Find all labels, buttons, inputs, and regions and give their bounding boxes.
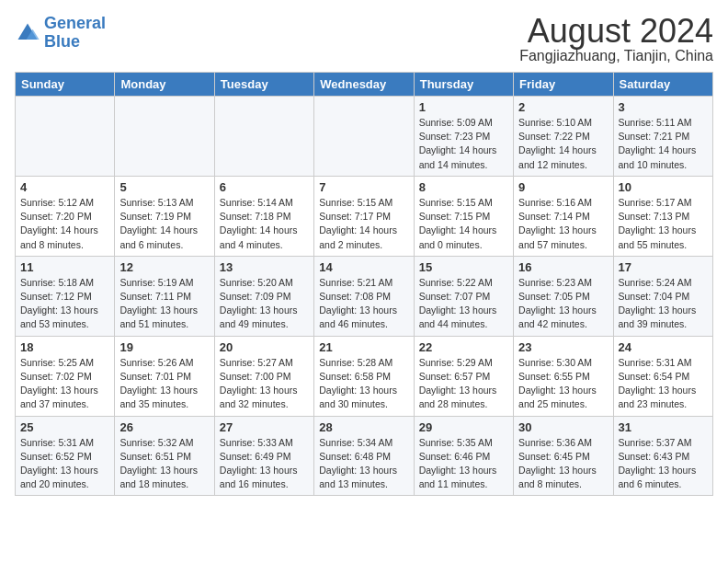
day-number: 13	[220, 260, 309, 274]
day-number: 26	[119, 420, 209, 434]
day-cell: 11Sunrise: 5:18 AMSunset: 7:12 PMDayligh…	[16, 256, 115, 336]
weekday-header-wednesday: Wednesday	[314, 73, 414, 97]
day-info: Sunrise: 5:32 AMSunset: 6:51 PMDaylight:…	[119, 436, 209, 492]
day-number: 10	[619, 180, 708, 194]
logo-icon	[15, 20, 40, 46]
day-info: Sunrise: 5:19 AMSunset: 7:11 PMDaylight:…	[119, 276, 209, 332]
location-title: Fangjiazhuang, Tianjin, China	[519, 48, 713, 64]
day-info: Sunrise: 5:17 AMSunset: 7:13 PMDaylight:…	[619, 196, 708, 252]
week-row-2: 4Sunrise: 5:12 AMSunset: 7:20 PMDaylight…	[16, 176, 713, 256]
day-number: 30	[518, 420, 608, 434]
day-cell: 10Sunrise: 5:17 AMSunset: 7:13 PMDayligh…	[613, 176, 712, 256]
weekday-header-thursday: Thursday	[414, 73, 513, 97]
day-number: 25	[20, 420, 109, 434]
day-info: Sunrise: 5:30 AMSunset: 6:55 PMDaylight:…	[518, 356, 608, 412]
day-cell: 22Sunrise: 5:29 AMSunset: 6:57 PMDayligh…	[414, 336, 513, 416]
day-cell: 14Sunrise: 5:21 AMSunset: 7:08 PMDayligh…	[314, 256, 414, 336]
weekday-header-row: SundayMondayTuesdayWednesdayThursdayFrid…	[16, 73, 713, 97]
month-title: August 2024	[519, 15, 713, 48]
day-cell: 8Sunrise: 5:15 AMSunset: 7:15 PMDaylight…	[414, 176, 513, 256]
day-number: 6	[220, 180, 309, 194]
day-number: 2	[518, 100, 608, 114]
day-info: Sunrise: 5:23 AMSunset: 7:05 PMDaylight:…	[518, 276, 608, 332]
day-number: 17	[619, 260, 708, 274]
day-cell: 20Sunrise: 5:27 AMSunset: 7:00 PMDayligh…	[214, 336, 313, 416]
day-cell: 1Sunrise: 5:09 AMSunset: 7:23 PMDaylight…	[414, 97, 513, 177]
day-cell: 6Sunrise: 5:14 AMSunset: 7:18 PMDaylight…	[214, 176, 313, 256]
day-number: 4	[20, 180, 109, 194]
day-number: 15	[419, 260, 508, 274]
day-cell: 17Sunrise: 5:24 AMSunset: 7:04 PMDayligh…	[613, 256, 712, 336]
day-number: 12	[119, 260, 209, 274]
week-row-5: 25Sunrise: 5:31 AMSunset: 6:52 PMDayligh…	[16, 416, 713, 496]
day-info: Sunrise: 5:22 AMSunset: 7:07 PMDaylight:…	[419, 276, 508, 332]
day-number: 18	[20, 340, 109, 354]
day-info: Sunrise: 5:25 AMSunset: 7:02 PMDaylight:…	[20, 356, 109, 412]
day-info: Sunrise: 5:36 AMSunset: 6:45 PMDaylight:…	[518, 436, 608, 492]
day-info: Sunrise: 5:15 AMSunset: 7:15 PMDaylight:…	[419, 196, 508, 252]
day-info: Sunrise: 5:28 AMSunset: 6:58 PMDaylight:…	[319, 356, 408, 412]
day-cell: 9Sunrise: 5:16 AMSunset: 7:14 PMDaylight…	[514, 176, 613, 256]
day-info: Sunrise: 5:10 AMSunset: 7:22 PMDaylight:…	[518, 116, 608, 172]
day-cell: 19Sunrise: 5:26 AMSunset: 7:01 PMDayligh…	[115, 336, 214, 416]
calendar-table: SundayMondayTuesdayWednesdayThursdayFrid…	[15, 72, 713, 496]
week-row-3: 11Sunrise: 5:18 AMSunset: 7:12 PMDayligh…	[16, 256, 713, 336]
weekday-header-tuesday: Tuesday	[214, 73, 313, 97]
day-number: 14	[319, 260, 408, 274]
weekday-header-friday: Friday	[514, 73, 613, 97]
day-info: Sunrise: 5:11 AMSunset: 7:21 PMDaylight:…	[619, 116, 708, 172]
day-cell: 7Sunrise: 5:15 AMSunset: 7:17 PMDaylight…	[314, 176, 414, 256]
day-cell: 26Sunrise: 5:32 AMSunset: 6:51 PMDayligh…	[115, 416, 214, 496]
day-number: 27	[220, 420, 309, 434]
day-number: 31	[619, 420, 708, 434]
day-cell: 2Sunrise: 5:10 AMSunset: 7:22 PMDaylight…	[514, 97, 613, 177]
title-block: August 2024 Fangjiazhuang, Tianjin, Chin…	[519, 15, 713, 64]
day-cell: 4Sunrise: 5:12 AMSunset: 7:20 PMDaylight…	[16, 176, 115, 256]
day-number: 3	[619, 100, 708, 114]
week-row-1: 1Sunrise: 5:09 AMSunset: 7:23 PMDaylight…	[16, 97, 713, 177]
day-info: Sunrise: 5:27 AMSunset: 7:00 PMDaylight:…	[220, 356, 309, 412]
day-number: 22	[419, 340, 508, 354]
logo-text: General Blue	[44, 15, 106, 52]
day-number: 7	[319, 180, 408, 194]
day-info: Sunrise: 5:12 AMSunset: 7:20 PMDaylight:…	[20, 196, 109, 252]
day-info: Sunrise: 5:31 AMSunset: 6:54 PMDaylight:…	[619, 356, 708, 412]
day-cell: 5Sunrise: 5:13 AMSunset: 7:19 PMDaylight…	[115, 176, 214, 256]
day-info: Sunrise: 5:20 AMSunset: 7:09 PMDaylight:…	[220, 276, 309, 332]
day-cell: 30Sunrise: 5:36 AMSunset: 6:45 PMDayligh…	[514, 416, 613, 496]
weekday-header-saturday: Saturday	[613, 73, 712, 97]
day-cell: 18Sunrise: 5:25 AMSunset: 7:02 PMDayligh…	[16, 336, 115, 416]
day-cell: 31Sunrise: 5:37 AMSunset: 6:43 PMDayligh…	[613, 416, 712, 496]
page-header: General Blue August 2024 Fangjiazhuang, …	[15, 15, 713, 64]
day-cell: 28Sunrise: 5:34 AMSunset: 6:48 PMDayligh…	[314, 416, 414, 496]
day-cell: 15Sunrise: 5:22 AMSunset: 7:07 PMDayligh…	[414, 256, 513, 336]
day-cell: 21Sunrise: 5:28 AMSunset: 6:58 PMDayligh…	[314, 336, 414, 416]
day-cell	[16, 97, 115, 177]
day-cell: 27Sunrise: 5:33 AMSunset: 6:49 PMDayligh…	[214, 416, 313, 496]
day-number: 1	[419, 100, 508, 114]
day-cell: 12Sunrise: 5:19 AMSunset: 7:11 PMDayligh…	[115, 256, 214, 336]
day-info: Sunrise: 5:33 AMSunset: 6:49 PMDaylight:…	[220, 436, 309, 492]
day-number: 16	[518, 260, 608, 274]
day-cell: 16Sunrise: 5:23 AMSunset: 7:05 PMDayligh…	[514, 256, 613, 336]
day-info: Sunrise: 5:24 AMSunset: 7:04 PMDaylight:…	[619, 276, 708, 332]
day-number: 20	[220, 340, 309, 354]
day-number: 5	[119, 180, 209, 194]
day-info: Sunrise: 5:18 AMSunset: 7:12 PMDaylight:…	[20, 276, 109, 332]
day-cell	[214, 97, 313, 177]
day-info: Sunrise: 5:15 AMSunset: 7:17 PMDaylight:…	[319, 196, 408, 252]
logo: General Blue	[15, 15, 106, 52]
day-cell	[115, 97, 214, 177]
day-number: 23	[518, 340, 608, 354]
day-info: Sunrise: 5:34 AMSunset: 6:48 PMDaylight:…	[319, 436, 408, 492]
day-info: Sunrise: 5:13 AMSunset: 7:19 PMDaylight:…	[119, 196, 209, 252]
day-info: Sunrise: 5:14 AMSunset: 7:18 PMDaylight:…	[220, 196, 309, 252]
day-cell: 24Sunrise: 5:31 AMSunset: 6:54 PMDayligh…	[613, 336, 712, 416]
day-number: 11	[20, 260, 109, 274]
day-info: Sunrise: 5:26 AMSunset: 7:01 PMDaylight:…	[119, 356, 209, 412]
day-info: Sunrise: 5:37 AMSunset: 6:43 PMDaylight:…	[619, 436, 708, 492]
day-number: 28	[319, 420, 408, 434]
day-number: 19	[119, 340, 209, 354]
day-number: 24	[619, 340, 708, 354]
day-number: 21	[319, 340, 408, 354]
